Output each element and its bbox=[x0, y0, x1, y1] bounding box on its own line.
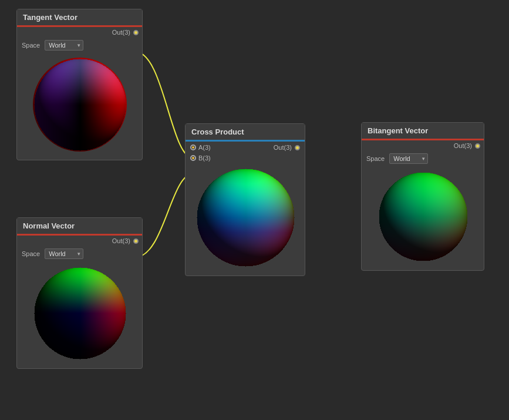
normal-vector-preview bbox=[17, 261, 142, 368]
normal-vector-header: Normal Vector bbox=[17, 218, 142, 236]
tangent-vector-out-port: Out(3) bbox=[17, 27, 142, 38]
tangent-vector-out-label: Out(3) bbox=[112, 29, 130, 36]
cross-product-sphere-canvas bbox=[195, 167, 295, 267]
tangent-vector-sphere-canvas bbox=[33, 58, 127, 152]
cross-product-preview bbox=[186, 164, 305, 275]
bitangent-vector-header: Bitangent Vector bbox=[362, 123, 484, 140]
tangent-vector-title: Tangent Vector bbox=[23, 13, 77, 22]
normal-vector-sphere-canvas bbox=[33, 266, 127, 360]
cross-product-a-left: A(3) bbox=[190, 144, 211, 151]
cross-product-title: Cross Product bbox=[191, 127, 244, 136]
tangent-vector-space-row: Space World Object Tangent bbox=[17, 38, 142, 53]
cross-product-b-label: B(3) bbox=[198, 154, 211, 162]
bitangent-vector-space-dropdown-wrapper[interactable]: World Object Tangent bbox=[389, 153, 428, 164]
cross-product-out-right: Out(3) bbox=[274, 144, 300, 151]
bitangent-vector-sphere-canvas bbox=[377, 171, 468, 262]
cross-product-out-dot[interactable] bbox=[295, 145, 300, 150]
cross-product-b-port-row: B(3) bbox=[186, 153, 305, 164]
cross-product-b-radio[interactable] bbox=[190, 155, 196, 161]
cross-product-out-label: Out(3) bbox=[274, 144, 292, 151]
cross-product-node: Cross Product A(3) Out(3) B(3) bbox=[185, 123, 305, 276]
tangent-vector-space-label: Space bbox=[22, 42, 40, 49]
cross-product-header: Cross Product bbox=[186, 124, 305, 142]
tangent-vector-space-dropdown-wrapper[interactable]: World Object Tangent bbox=[45, 40, 83, 51]
bitangent-vector-title: Bitangent Vector bbox=[368, 126, 428, 135]
normal-vector-space-row: Space World Object Tangent bbox=[17, 246, 142, 261]
normal-vector-node: Normal Vector Out(3) Space World Object … bbox=[16, 217, 143, 369]
tangent-vector-node: Tangent Vector Out(3) Space World Object… bbox=[16, 9, 143, 160]
tangent-vector-header: Tangent Vector bbox=[17, 9, 142, 27]
cross-product-a-radio[interactable] bbox=[190, 145, 196, 150]
bitangent-vector-out-dot[interactable] bbox=[475, 143, 480, 149]
normal-vector-out-label: Out(3) bbox=[112, 237, 130, 244]
normal-vector-out-port: Out(3) bbox=[17, 236, 142, 246]
normal-vector-space-dropdown-wrapper[interactable]: World Object Tangent bbox=[45, 248, 83, 259]
bitangent-vector-node: Bitangent Vector Out(3) Space World Obje… bbox=[361, 122, 484, 271]
bitangent-vector-out-label: Out(3) bbox=[454, 142, 472, 149]
normal-vector-out-dot[interactable] bbox=[133, 238, 139, 244]
tangent-vector-preview bbox=[17, 53, 142, 160]
normal-vector-title: Normal Vector bbox=[23, 221, 75, 230]
normal-vector-space-label: Space bbox=[22, 250, 40, 257]
tangent-vector-space-dropdown[interactable]: World Object Tangent bbox=[45, 40, 83, 51]
cross-product-a-label: A(3) bbox=[198, 144, 211, 151]
bitangent-vector-preview bbox=[362, 166, 484, 270]
tangent-vector-out-dot[interactable] bbox=[133, 30, 139, 35]
normal-vector-space-dropdown[interactable]: World Object Tangent bbox=[45, 248, 83, 259]
bitangent-vector-space-label: Space bbox=[366, 155, 385, 162]
bitangent-vector-space-dropdown[interactable]: World Object Tangent bbox=[389, 153, 428, 164]
bitangent-vector-out-port: Out(3) bbox=[362, 140, 484, 151]
bitangent-vector-space-row: Space World Object Tangent bbox=[362, 151, 484, 166]
cross-product-a-port-row: A(3) Out(3) bbox=[186, 142, 305, 153]
